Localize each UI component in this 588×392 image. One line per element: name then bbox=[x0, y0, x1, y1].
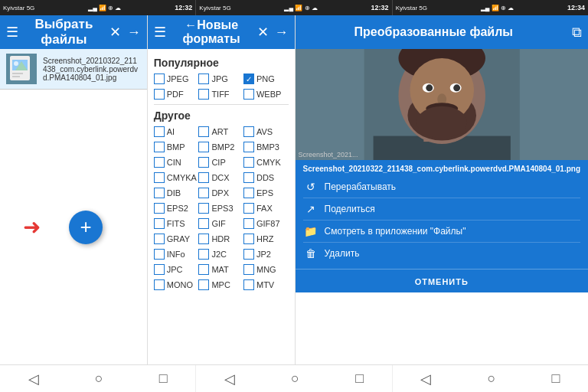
checkbox-hdr[interactable] bbox=[198, 234, 209, 244]
checkbox-cmyka[interactable] bbox=[154, 172, 165, 183]
checkbox-info[interactable] bbox=[154, 249, 165, 260]
format-item-mpc[interactable]: MPC bbox=[198, 278, 243, 292]
action-share[interactable]: ↗Поделиться bbox=[303, 198, 580, 220]
back-icon-2[interactable]: ◁ bbox=[224, 371, 235, 387]
panel2-close-icon[interactable]: ✕ bbox=[257, 24, 269, 41]
format-item-mng[interactable]: MNG bbox=[243, 263, 289, 276]
action-delete[interactable]: 🗑Удалить bbox=[303, 243, 580, 264]
checkbox-gif87[interactable] bbox=[243, 218, 254, 229]
format-item-mtv[interactable]: MTV bbox=[243, 278, 289, 292]
home-icon[interactable]: ○ bbox=[95, 371, 103, 387]
checkbox-art[interactable] bbox=[198, 126, 209, 137]
format-item-jpeg[interactable]: JPEG bbox=[154, 72, 199, 86]
checkbox-cip[interactable] bbox=[198, 157, 209, 168]
checkbox-jpc[interactable] bbox=[154, 264, 165, 275]
format-item-fits[interactable]: FITS bbox=[154, 217, 199, 230]
format-item-fax[interactable]: FAX bbox=[243, 201, 289, 215]
recents-icon-3[interactable]: □ bbox=[552, 371, 560, 387]
checkbox-png[interactable] bbox=[243, 74, 254, 84]
checkbox-dcx[interactable] bbox=[198, 172, 209, 183]
format-item-cip[interactable]: CIP bbox=[198, 155, 243, 169]
checkbox-dpx[interactable] bbox=[198, 188, 209, 198]
fab-add-button[interactable]: + bbox=[69, 211, 103, 244]
file-item[interactable]: Screenshot_20210322_211438_com.cyberlink… bbox=[0, 49, 147, 90]
format-item-ai[interactable]: AI bbox=[154, 125, 199, 139]
checkbox-cin[interactable] bbox=[154, 157, 165, 168]
checkbox-gif[interactable] bbox=[198, 218, 209, 229]
checkbox-hrz[interactable] bbox=[243, 234, 254, 244]
format-item-bmp3[interactable]: BMP3 bbox=[243, 140, 289, 154]
checkbox-mono[interactable] bbox=[154, 279, 165, 290]
format-item-jpg[interactable]: JPG bbox=[198, 72, 243, 86]
panel2-menu-icon[interactable]: ☰ bbox=[154, 24, 166, 41]
format-item-dib[interactable]: DIB bbox=[154, 186, 199, 200]
checkbox-dib[interactable] bbox=[154, 188, 165, 198]
checkbox-bmp[interactable] bbox=[154, 142, 165, 152]
action-reprocess[interactable]: ↺Перерабатывать bbox=[303, 176, 580, 198]
cancel-bar[interactable]: ОТМЕНИТЬ bbox=[296, 269, 588, 292]
format-item-info[interactable]: INFo bbox=[154, 247, 199, 261]
format-item-bmp2[interactable]: BMP2 bbox=[198, 140, 243, 154]
checkbox-eps2[interactable] bbox=[154, 203, 165, 214]
format-item-avs[interactable]: AVS bbox=[243, 125, 289, 139]
format-item-gif87[interactable]: GIF87 bbox=[243, 217, 289, 230]
checkbox-jp2[interactable] bbox=[243, 249, 254, 260]
checkbox-tiff[interactable] bbox=[198, 89, 209, 100]
panel3-copy-icon[interactable]: ⧉ bbox=[572, 24, 582, 41]
panel1-arrow-icon[interactable]: → bbox=[127, 24, 141, 41]
format-item-gray[interactable]: GRAY bbox=[154, 232, 199, 246]
checkbox-avs[interactable] bbox=[243, 126, 254, 137]
checkbox-pdf[interactable] bbox=[154, 89, 165, 100]
panel1-close-icon[interactable]: ✕ bbox=[109, 24, 121, 41]
format-item-art[interactable]: ART bbox=[198, 125, 243, 139]
home-icon-3[interactable]: ○ bbox=[487, 371, 495, 387]
format-item-webp[interactable]: WEBP bbox=[243, 87, 289, 101]
format-item-pdf[interactable]: PDF bbox=[154, 87, 199, 101]
panel1-menu-icon[interactable]: ☰ bbox=[6, 24, 18, 41]
checkbox-bmp3[interactable] bbox=[243, 142, 254, 152]
format-item-cmyka[interactable]: CMYKA bbox=[154, 171, 199, 185]
checkbox-jpg[interactable] bbox=[198, 74, 209, 84]
action-open-files[interactable]: 📁Смотреть в приложении "Файлы" bbox=[303, 220, 580, 243]
format-item-cin[interactable]: CIN bbox=[154, 155, 199, 169]
checkbox-bmp2[interactable] bbox=[198, 142, 209, 152]
format-item-dpx[interactable]: DPX bbox=[198, 186, 243, 200]
back-icon-3[interactable]: ◁ bbox=[420, 371, 431, 387]
recents-icon[interactable]: □ bbox=[159, 371, 168, 387]
format-item-jpc[interactable]: JPC bbox=[154, 263, 199, 276]
format-item-eps3[interactable]: EPS3 bbox=[198, 201, 243, 215]
format-item-tiff[interactable]: TIFF bbox=[198, 87, 243, 101]
format-item-eps[interactable]: EPS bbox=[243, 186, 289, 200]
format-item-jp2[interactable]: JP2 bbox=[243, 247, 289, 261]
format-item-hrz[interactable]: HRZ bbox=[243, 232, 289, 246]
back-icon[interactable]: ◁ bbox=[28, 371, 39, 387]
format-item-hdr[interactable]: HDR bbox=[198, 232, 243, 246]
checkbox-dds[interactable] bbox=[243, 172, 254, 183]
checkbox-mpc[interactable] bbox=[198, 279, 209, 290]
checkbox-eps3[interactable] bbox=[198, 203, 209, 214]
home-icon-2[interactable]: ○ bbox=[291, 371, 299, 387]
checkbox-mat[interactable] bbox=[198, 264, 209, 275]
format-item-dcx[interactable]: DCX bbox=[198, 171, 243, 185]
checkbox-cmyk[interactable] bbox=[243, 157, 254, 168]
checkbox-fax[interactable] bbox=[243, 203, 254, 214]
format-item-j2c[interactable]: J2C bbox=[198, 247, 243, 261]
format-item-cmyk[interactable]: CMYK bbox=[243, 155, 289, 169]
format-item-bmp[interactable]: BMP bbox=[154, 140, 199, 154]
checkbox-eps[interactable] bbox=[243, 188, 254, 198]
checkbox-fits[interactable] bbox=[154, 218, 165, 229]
format-item-dds[interactable]: DDS bbox=[243, 171, 289, 185]
checkbox-mtv[interactable] bbox=[243, 279, 254, 290]
format-item-mat[interactable]: MAT bbox=[198, 263, 243, 276]
checkbox-jpeg[interactable] bbox=[154, 74, 165, 84]
checkbox-gray[interactable] bbox=[154, 234, 165, 244]
checkbox-mng[interactable] bbox=[243, 264, 254, 275]
recents-icon-2[interactable]: □ bbox=[355, 371, 364, 387]
format-item-eps2[interactable]: EPS2 bbox=[154, 201, 199, 215]
format-item-gif[interactable]: GIF bbox=[198, 217, 243, 230]
panel2-arrow-icon[interactable]: → bbox=[275, 24, 289, 41]
format-item-png[interactable]: PNG bbox=[243, 72, 289, 86]
checkbox-j2c[interactable] bbox=[198, 249, 209, 260]
format-item-mono[interactable]: MONO bbox=[154, 278, 199, 292]
checkbox-ai[interactable] bbox=[154, 126, 165, 137]
